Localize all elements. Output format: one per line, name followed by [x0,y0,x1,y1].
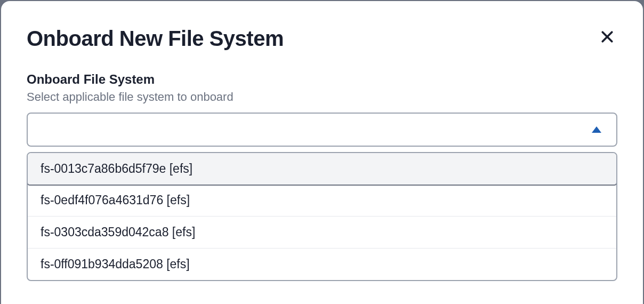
onboard-filesystem-modal: Onboard New File System Onboard File Sys… [1,1,643,304]
field-label: Onboard File System [27,72,617,87]
close-icon [599,29,615,45]
dropdown-option[interactable]: fs-0ff091b934dda5208 [efs] [28,249,616,280]
filesystem-field: Onboard File System Select applicable fi… [27,72,617,281]
dropdown-option[interactable]: fs-0edf4f076a4631d76 [efs] [28,185,616,217]
filesystem-select[interactable] [27,113,617,147]
field-description: Select applicable file system to onboard [27,90,617,104]
dropdown-option[interactable]: fs-0303cda359d042ca8 [efs] [28,217,616,249]
close-button[interactable] [597,27,617,47]
modal-header: Onboard New File System [27,27,617,51]
dropdown-option[interactable]: fs-0013c7a86b6d5f79e [efs] [27,152,617,186]
caret-up-icon [592,126,601,133]
modal-title: Onboard New File System [27,27,284,51]
filesystem-dropdown: fs-0013c7a86b6d5f79e [efs] fs-0edf4f076a… [27,152,617,281]
